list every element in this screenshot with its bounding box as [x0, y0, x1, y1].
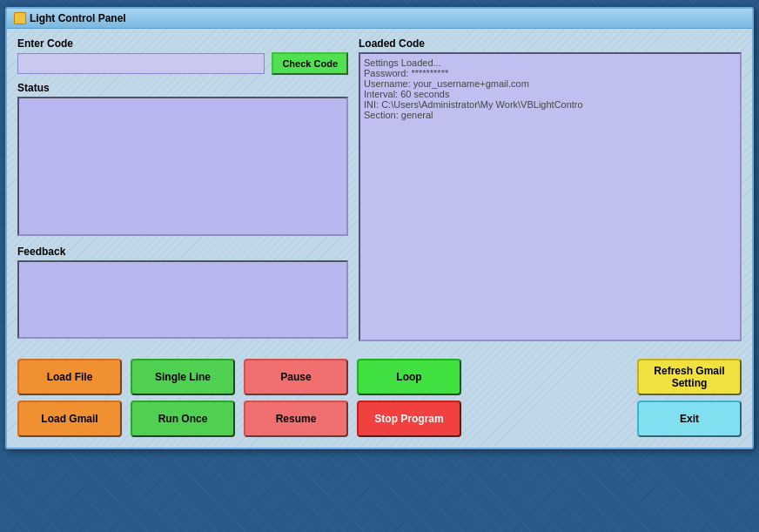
title-bar: Light Control Panel: [7, 9, 752, 29]
single-line-button[interactable]: Single Line: [131, 359, 235, 395]
feedback-textarea[interactable]: [17, 260, 348, 339]
load-gmail-button[interactable]: Load Gmail: [17, 401, 122, 437]
loaded-code-textarea[interactable]: [359, 52, 742, 341]
col-load: Load File Load Gmail: [17, 359, 122, 437]
enter-code-section: Enter Code Check Code: [17, 37, 348, 75]
load-file-button[interactable]: Load File: [17, 359, 122, 395]
feedback-label: Feedback: [17, 246, 348, 258]
status-label: Status: [17, 82, 348, 94]
check-code-button[interactable]: Check Code: [272, 52, 348, 75]
left-panel: Enter Code Check Code Status Feedback: [17, 37, 348, 341]
col-single: Single Line Run Once: [131, 359, 235, 437]
col-gmail: Refresh Gmail Setting Exit: [637, 359, 742, 437]
enter-code-row: Check Code: [17, 52, 348, 75]
right-panel: Loaded Code: [359, 37, 742, 341]
window-icon: [14, 12, 26, 24]
content-area: Enter Code Check Code Status Feedback Lo…: [7, 29, 752, 350]
loaded-code-label: Loaded Code: [359, 37, 742, 50]
col-loop: Loop Stop Program: [357, 359, 461, 437]
refresh-gmail-button[interactable]: Refresh Gmail Setting: [637, 359, 742, 395]
resume-button[interactable]: Resume: [244, 401, 348, 437]
pause-button[interactable]: Pause: [244, 359, 348, 395]
exit-button[interactable]: Exit: [637, 401, 742, 437]
code-input[interactable]: [17, 53, 265, 74]
status-section: Status: [17, 82, 348, 239]
status-textarea[interactable]: [17, 97, 348, 236]
stop-program-button[interactable]: Stop Program: [357, 401, 461, 437]
feedback-section: Feedback: [17, 246, 348, 341]
run-once-button[interactable]: Run Once: [131, 401, 235, 437]
bottom-buttons: Load File Load Gmail Single Line Run Onc…: [7, 350, 752, 448]
main-window: Light Control Panel Enter Code Check Cod…: [5, 7, 754, 449]
enter-code-label: Enter Code: [17, 37, 348, 50]
window-title: Light Control Panel: [30, 12, 126, 24]
col-pause: Pause Resume: [244, 359, 348, 437]
loop-button[interactable]: Loop: [357, 359, 461, 395]
